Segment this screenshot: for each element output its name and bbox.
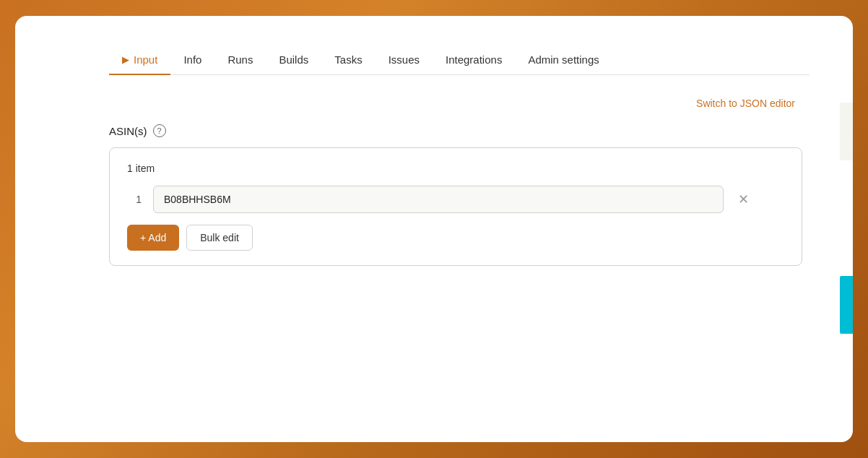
item-row: 1 ✕ (127, 186, 784, 213)
bulk-edit-button[interactable]: Bulk edit (186, 225, 253, 251)
tab-info[interactable]: Info (170, 45, 214, 74)
tab-bar: ▶ Input Info Runs Builds Tasks Issues In… (109, 45, 810, 75)
tab-builds[interactable]: Builds (266, 45, 321, 74)
tab-issues[interactable]: Issues (376, 45, 433, 74)
asin-input[interactable] (153, 186, 724, 213)
tab-issues-label: Issues (389, 53, 420, 66)
right-hint-bottom (840, 276, 853, 334)
tab-admin-settings[interactable]: Admin settings (515, 45, 612, 74)
action-buttons: + Add Bulk edit (127, 225, 784, 251)
json-editor-link[interactable]: Switch to JSON editor (696, 98, 795, 109)
main-content: ▶ Input Info Runs Builds Tasks Issues In… (15, 16, 853, 442)
main-window: ▶ Input Info Runs Builds Tasks Issues In… (15, 16, 853, 442)
tab-info-label: Info (183, 53, 201, 66)
add-button[interactable]: + Add (127, 225, 179, 251)
tab-runs[interactable]: Runs (214, 45, 266, 74)
tab-integrations-label: Integrations (446, 53, 502, 66)
play-icon: ▶ (122, 54, 129, 65)
tab-tasks[interactable]: Tasks (321, 45, 375, 74)
asin-label-row: ASIN(s) ? (109, 124, 810, 137)
asin-label-text: ASIN(s) (109, 125, 147, 137)
remove-item-button[interactable]: ✕ (735, 189, 752, 210)
json-editor-section: Switch to JSON editor (109, 97, 810, 110)
tab-builds-label: Builds (279, 53, 308, 66)
items-container: 1 item 1 ✕ + Add Bulk edit (109, 147, 802, 266)
tab-integrations[interactable]: Integrations (433, 45, 515, 74)
tab-admin-settings-label: Admin settings (528, 53, 599, 66)
asin-help-icon[interactable]: ? (153, 124, 166, 137)
right-hint-top (840, 103, 853, 160)
items-count: 1 item (127, 163, 784, 174)
tab-runs-label: Runs (227, 53, 253, 66)
tab-tasks-label: Tasks (334, 53, 362, 66)
tab-input[interactable]: ▶ Input (109, 45, 170, 74)
tab-input-label: Input (134, 53, 157, 66)
item-number: 1 (127, 194, 142, 205)
